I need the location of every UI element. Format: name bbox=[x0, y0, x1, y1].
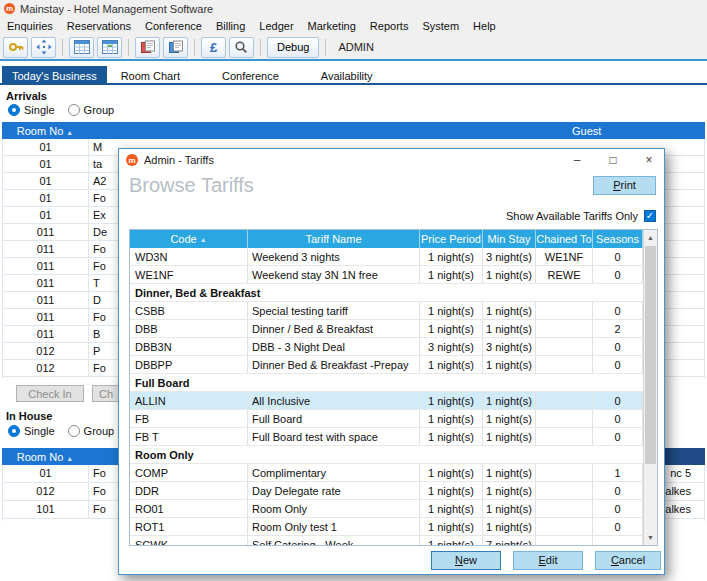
billing-toolbar-button[interactable]: £ bbox=[201, 37, 226, 58]
available-tariffs-checkbox[interactable]: ✓ bbox=[644, 210, 656, 222]
chained-to-cell bbox=[536, 464, 593, 481]
new-button[interactable]: New bbox=[431, 551, 501, 570]
scroll-down-icon[interactable]: ▼ bbox=[644, 530, 657, 545]
chained-to-cell bbox=[536, 338, 593, 355]
room-no-cell: 011 bbox=[3, 326, 89, 342]
room-grid-toolbar-button[interactable] bbox=[69, 37, 94, 58]
seasons-cell bbox=[593, 536, 643, 545]
column-header-tariff-name[interactable]: Tariff Name bbox=[248, 230, 420, 248]
menu-item-help[interactable]: Help bbox=[466, 18, 503, 34]
chained-to-cell bbox=[536, 392, 593, 409]
tariff-row[interactable]: DBBDinner / Bed & Breakfast1 night(s)1 n… bbox=[130, 320, 643, 338]
tab-availability[interactable]: Availability bbox=[307, 66, 387, 83]
inhouse-group-radio[interactable] bbox=[68, 425, 80, 437]
chained-to-cell bbox=[536, 536, 593, 545]
menu-item-enquiries[interactable]: Enquiries bbox=[0, 18, 60, 34]
tariff-row[interactable]: CSBBSpecial testing tariff1 night(s)1 ni… bbox=[130, 302, 643, 320]
tariff-row[interactable]: COMPComplimentary1 night(s)1 night(s)1 bbox=[130, 464, 643, 482]
tariff-table-body: WD3NWeekend 3 nights1 night(s)3 night(s)… bbox=[130, 248, 643, 545]
column-header-chained-to[interactable]: Chained To bbox=[536, 230, 593, 248]
vertical-scrollbar[interactable]: ▲ ▼ bbox=[643, 230, 657, 545]
folio-blue-toolbar-button[interactable] bbox=[163, 37, 188, 58]
tariff-name-cell: Room Only test 1 bbox=[248, 518, 420, 535]
move-toolbar-button[interactable] bbox=[31, 37, 56, 58]
key-icon bbox=[8, 39, 24, 55]
menu-item-billing[interactable]: Billing bbox=[209, 18, 252, 34]
tariff-row[interactable]: SCWKSelf Catering - Week1 night(s)7 nigh… bbox=[130, 536, 643, 545]
room-no-cell: 011 bbox=[3, 258, 89, 274]
menu-item-reports[interactable]: Reports bbox=[363, 18, 416, 34]
inhouse-single-radio[interactable] bbox=[8, 425, 20, 437]
room-no-cell: 011 bbox=[3, 292, 89, 308]
tariff-row[interactable]: DBB3NDBB - 3 Night Deal3 night(s)3 night… bbox=[130, 338, 643, 356]
code-cell: FB T bbox=[130, 428, 248, 445]
search-toolbar-button[interactable] bbox=[229, 37, 254, 58]
tariff-name-cell: Day Delegate rate bbox=[248, 482, 420, 499]
arrivals-single-radio[interactable] bbox=[8, 104, 20, 116]
price-period-cell: 1 night(s) bbox=[420, 410, 483, 427]
guest-name-fragment: nc 5 bbox=[670, 465, 691, 482]
scroll-up-icon[interactable]: ▲ bbox=[644, 230, 657, 245]
tab-today-s-business[interactable]: Today's Business bbox=[2, 66, 107, 83]
tariff-row[interactable]: DDRDay Delegate rate1 night(s)1 night(s)… bbox=[130, 482, 643, 500]
guest-name-fragment: alkes bbox=[665, 501, 691, 518]
min-stay-cell: 1 night(s) bbox=[483, 518, 536, 535]
tariff-row[interactable]: DBBPPDinner Bed & Breakfast -Prepay1 nig… bbox=[130, 356, 643, 374]
menu-item-ledger[interactable]: Ledger bbox=[252, 18, 300, 34]
menu-item-conference[interactable]: Conference bbox=[138, 18, 209, 34]
debug-button[interactable]: Debug bbox=[267, 37, 319, 58]
arrivals-group-radio[interactable] bbox=[68, 104, 80, 116]
inhouse-filter-radios: Single Group bbox=[8, 425, 123, 437]
toolbar-separator bbox=[325, 39, 326, 56]
print-button[interactable]: Print bbox=[593, 176, 656, 195]
column-header-code[interactable]: Code▲ bbox=[130, 230, 248, 248]
price-period-cell: 1 night(s) bbox=[420, 518, 483, 535]
close-button[interactable]: × bbox=[634, 149, 664, 171]
check-in-button[interactable]: Check In bbox=[16, 385, 84, 402]
menu-item-reservations[interactable]: Reservations bbox=[60, 18, 138, 34]
room-no-cell: 012 bbox=[3, 343, 89, 359]
seasons-cell: 0 bbox=[593, 248, 643, 265]
tariff-row[interactable]: ALLINAll Inclusive1 night(s)1 night(s)0 bbox=[130, 392, 643, 410]
tab-room-chart[interactable]: Room Chart bbox=[107, 66, 194, 83]
admin-label: ADMIN bbox=[332, 41, 379, 53]
min-stay-cell: 1 night(s) bbox=[483, 500, 536, 517]
tariff-row[interactable]: FBFull Board1 night(s)1 night(s)0 bbox=[130, 410, 643, 428]
tariff-row[interactable]: RO01Room Only1 night(s)1 night(s)0 bbox=[130, 500, 643, 518]
folio-red-icon bbox=[140, 40, 156, 54]
menu-item-marketing[interactable]: Marketing bbox=[301, 18, 363, 34]
scrollbar-thumb[interactable] bbox=[645, 246, 656, 464]
radio-dot bbox=[12, 108, 16, 112]
minimize-button[interactable]: – bbox=[562, 149, 592, 171]
edit-button[interactable]: Edit bbox=[513, 551, 583, 570]
tariff-name-cell: Dinner Bed & Breakfast -Prepay bbox=[248, 356, 420, 373]
chained-to-cell: REWE bbox=[536, 266, 593, 283]
maximize-button[interactable]: □ bbox=[598, 149, 628, 171]
arrivals-room-no-header[interactable]: Room No▲ bbox=[2, 125, 88, 137]
seasons-cell: 1 bbox=[593, 464, 643, 481]
dialog-title-bar[interactable]: m Admin - Tariffs – □ × bbox=[119, 149, 664, 171]
toolbar: £ Debug ADMIN bbox=[0, 35, 707, 61]
tab-conference[interactable]: Conference bbox=[208, 66, 293, 83]
arrivals-guest-header[interactable]: Guest bbox=[572, 125, 601, 137]
tariff-row[interactable]: WD3NWeekend 3 nights1 night(s)3 night(s)… bbox=[130, 248, 643, 266]
column-header-seasons[interactable]: Seasons bbox=[593, 230, 643, 248]
availability-grid-toolbar-button[interactable] bbox=[97, 37, 122, 58]
inhouse-room-no-header[interactable]: Room No▲ bbox=[2, 451, 88, 463]
toolbar-separator bbox=[128, 39, 129, 56]
new-button-label: New bbox=[432, 552, 500, 569]
code-cell: RO01 bbox=[130, 500, 248, 517]
tariff-row[interactable]: WE1NFWeekend stay 3N 1N free1 night(s)1 … bbox=[130, 266, 643, 284]
column-header-min-stay[interactable]: Min Stay bbox=[483, 230, 536, 248]
print-button-label: Print bbox=[594, 177, 655, 194]
column-header-price-period[interactable]: Price Period bbox=[420, 230, 483, 248]
chained-to-cell bbox=[536, 302, 593, 319]
filter-label: Show Available Tariffs Only bbox=[506, 210, 638, 222]
tariff-row[interactable]: ROT1Room Only test 11 night(s)1 night(s)… bbox=[130, 518, 643, 536]
key-toolbar-button[interactable] bbox=[3, 37, 28, 58]
tariff-row[interactable]: FB TFull Board test with space1 night(s)… bbox=[130, 428, 643, 446]
menu-item-system[interactable]: System bbox=[415, 18, 466, 34]
cancel-button[interactable]: Cancel bbox=[595, 551, 661, 570]
min-stay-cell: 3 night(s) bbox=[483, 338, 536, 355]
folio-red-toolbar-button[interactable] bbox=[135, 37, 160, 58]
